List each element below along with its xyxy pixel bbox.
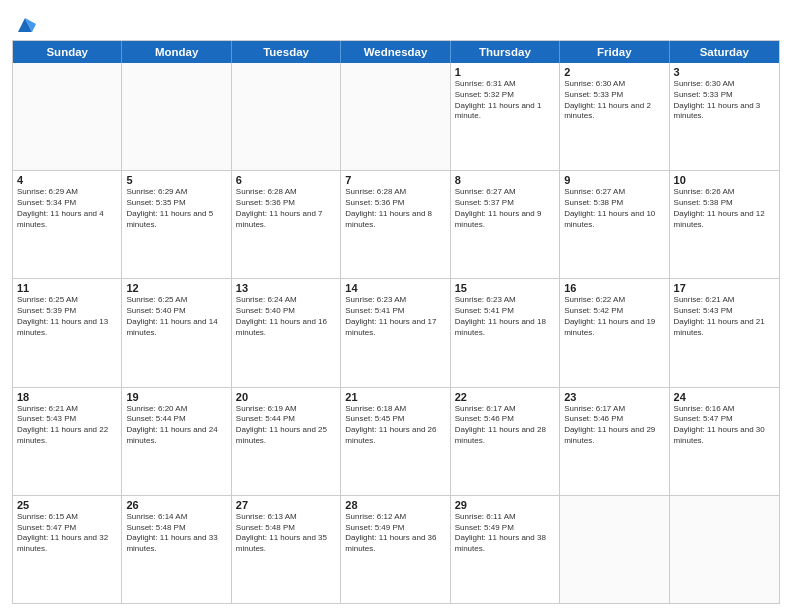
day-number: 26 (126, 499, 226, 511)
calendar-day-cell: 1Sunrise: 6:31 AM Sunset: 5:32 PM Daylig… (451, 63, 560, 170)
day-number: 24 (674, 391, 775, 403)
calendar-week-row: 25Sunrise: 6:15 AM Sunset: 5:47 PM Dayli… (13, 495, 779, 603)
calendar-day-cell: 2Sunrise: 6:30 AM Sunset: 5:33 PM Daylig… (560, 63, 669, 170)
calendar-week-row: 18Sunrise: 6:21 AM Sunset: 5:43 PM Dayli… (13, 387, 779, 495)
day-number: 7 (345, 174, 445, 186)
day-number: 21 (345, 391, 445, 403)
calendar-body: 1Sunrise: 6:31 AM Sunset: 5:32 PM Daylig… (13, 63, 779, 603)
calendar-day-cell: 24Sunrise: 6:16 AM Sunset: 5:47 PM Dayli… (670, 388, 779, 495)
calendar-day-cell: 17Sunrise: 6:21 AM Sunset: 5:43 PM Dayli… (670, 279, 779, 386)
page: SundayMondayTuesdayWednesdayThursdayFrid… (0, 0, 792, 612)
logo (12, 14, 36, 36)
calendar-day-cell: 8Sunrise: 6:27 AM Sunset: 5:37 PM Daylig… (451, 171, 560, 278)
day-number: 9 (564, 174, 664, 186)
day-number: 14 (345, 282, 445, 294)
calendar-day-cell: 6Sunrise: 6:28 AM Sunset: 5:36 PM Daylig… (232, 171, 341, 278)
day-number: 16 (564, 282, 664, 294)
weekday-header: Tuesday (232, 41, 341, 63)
day-info: Sunrise: 6:25 AM Sunset: 5:39 PM Dayligh… (17, 295, 117, 338)
day-number: 6 (236, 174, 336, 186)
calendar-day-cell (232, 63, 341, 170)
day-info: Sunrise: 6:21 AM Sunset: 5:43 PM Dayligh… (674, 295, 775, 338)
day-info: Sunrise: 6:27 AM Sunset: 5:38 PM Dayligh… (564, 187, 664, 230)
calendar-day-cell: 26Sunrise: 6:14 AM Sunset: 5:48 PM Dayli… (122, 496, 231, 603)
calendar-day-cell: 14Sunrise: 6:23 AM Sunset: 5:41 PM Dayli… (341, 279, 450, 386)
day-info: Sunrise: 6:17 AM Sunset: 5:46 PM Dayligh… (455, 404, 555, 447)
day-info: Sunrise: 6:30 AM Sunset: 5:33 PM Dayligh… (564, 79, 664, 122)
day-number: 3 (674, 66, 775, 78)
calendar-day-cell (13, 63, 122, 170)
day-number: 28 (345, 499, 445, 511)
day-info: Sunrise: 6:18 AM Sunset: 5:45 PM Dayligh… (345, 404, 445, 447)
calendar-day-cell: 28Sunrise: 6:12 AM Sunset: 5:49 PM Dayli… (341, 496, 450, 603)
calendar: SundayMondayTuesdayWednesdayThursdayFrid… (12, 40, 780, 604)
day-number: 2 (564, 66, 664, 78)
day-number: 13 (236, 282, 336, 294)
day-info: Sunrise: 6:11 AM Sunset: 5:49 PM Dayligh… (455, 512, 555, 555)
day-info: Sunrise: 6:12 AM Sunset: 5:49 PM Dayligh… (345, 512, 445, 555)
calendar-week-row: 11Sunrise: 6:25 AM Sunset: 5:39 PM Dayli… (13, 278, 779, 386)
calendar-day-cell: 3Sunrise: 6:30 AM Sunset: 5:33 PM Daylig… (670, 63, 779, 170)
day-number: 8 (455, 174, 555, 186)
day-info: Sunrise: 6:15 AM Sunset: 5:47 PM Dayligh… (17, 512, 117, 555)
day-info: Sunrise: 6:20 AM Sunset: 5:44 PM Dayligh… (126, 404, 226, 447)
day-info: Sunrise: 6:23 AM Sunset: 5:41 PM Dayligh… (455, 295, 555, 338)
day-number: 27 (236, 499, 336, 511)
day-info: Sunrise: 6:31 AM Sunset: 5:32 PM Dayligh… (455, 79, 555, 122)
day-info: Sunrise: 6:24 AM Sunset: 5:40 PM Dayligh… (236, 295, 336, 338)
calendar-day-cell: 27Sunrise: 6:13 AM Sunset: 5:48 PM Dayli… (232, 496, 341, 603)
calendar-day-cell: 13Sunrise: 6:24 AM Sunset: 5:40 PM Dayli… (232, 279, 341, 386)
day-number: 20 (236, 391, 336, 403)
weekday-header: Monday (122, 41, 231, 63)
calendar-day-cell: 29Sunrise: 6:11 AM Sunset: 5:49 PM Dayli… (451, 496, 560, 603)
weekday-header: Wednesday (341, 41, 450, 63)
day-number: 29 (455, 499, 555, 511)
calendar-day-cell (670, 496, 779, 603)
day-number: 1 (455, 66, 555, 78)
calendar-day-cell (341, 63, 450, 170)
calendar-day-cell: 25Sunrise: 6:15 AM Sunset: 5:47 PM Dayli… (13, 496, 122, 603)
day-info: Sunrise: 6:16 AM Sunset: 5:47 PM Dayligh… (674, 404, 775, 447)
logo-icon (14, 14, 36, 36)
day-info: Sunrise: 6:21 AM Sunset: 5:43 PM Dayligh… (17, 404, 117, 447)
day-number: 17 (674, 282, 775, 294)
calendar-day-cell (560, 496, 669, 603)
day-info: Sunrise: 6:27 AM Sunset: 5:37 PM Dayligh… (455, 187, 555, 230)
day-number: 4 (17, 174, 117, 186)
calendar-day-cell: 23Sunrise: 6:17 AM Sunset: 5:46 PM Dayli… (560, 388, 669, 495)
calendar-day-cell: 11Sunrise: 6:25 AM Sunset: 5:39 PM Dayli… (13, 279, 122, 386)
calendar-day-cell: 22Sunrise: 6:17 AM Sunset: 5:46 PM Dayli… (451, 388, 560, 495)
day-number: 15 (455, 282, 555, 294)
calendar-day-cell: 9Sunrise: 6:27 AM Sunset: 5:38 PM Daylig… (560, 171, 669, 278)
day-info: Sunrise: 6:28 AM Sunset: 5:36 PM Dayligh… (236, 187, 336, 230)
day-info: Sunrise: 6:14 AM Sunset: 5:48 PM Dayligh… (126, 512, 226, 555)
calendar-week-row: 4Sunrise: 6:29 AM Sunset: 5:34 PM Daylig… (13, 170, 779, 278)
day-info: Sunrise: 6:29 AM Sunset: 5:35 PM Dayligh… (126, 187, 226, 230)
calendar-day-cell: 15Sunrise: 6:23 AM Sunset: 5:41 PM Dayli… (451, 279, 560, 386)
day-number: 12 (126, 282, 226, 294)
day-info: Sunrise: 6:23 AM Sunset: 5:41 PM Dayligh… (345, 295, 445, 338)
day-number: 23 (564, 391, 664, 403)
calendar-header: SundayMondayTuesdayWednesdayThursdayFrid… (13, 41, 779, 63)
day-info: Sunrise: 6:13 AM Sunset: 5:48 PM Dayligh… (236, 512, 336, 555)
weekday-header: Sunday (13, 41, 122, 63)
calendar-day-cell: 20Sunrise: 6:19 AM Sunset: 5:44 PM Dayli… (232, 388, 341, 495)
calendar-week-row: 1Sunrise: 6:31 AM Sunset: 5:32 PM Daylig… (13, 63, 779, 170)
day-number: 19 (126, 391, 226, 403)
day-number: 18 (17, 391, 117, 403)
day-info: Sunrise: 6:30 AM Sunset: 5:33 PM Dayligh… (674, 79, 775, 122)
calendar-day-cell: 4Sunrise: 6:29 AM Sunset: 5:34 PM Daylig… (13, 171, 122, 278)
calendar-day-cell: 5Sunrise: 6:29 AM Sunset: 5:35 PM Daylig… (122, 171, 231, 278)
header (12, 10, 780, 36)
calendar-day-cell: 10Sunrise: 6:26 AM Sunset: 5:38 PM Dayli… (670, 171, 779, 278)
weekday-header: Thursday (451, 41, 560, 63)
day-info: Sunrise: 6:28 AM Sunset: 5:36 PM Dayligh… (345, 187, 445, 230)
calendar-day-cell: 19Sunrise: 6:20 AM Sunset: 5:44 PM Dayli… (122, 388, 231, 495)
calendar-day-cell: 12Sunrise: 6:25 AM Sunset: 5:40 PM Dayli… (122, 279, 231, 386)
day-info: Sunrise: 6:17 AM Sunset: 5:46 PM Dayligh… (564, 404, 664, 447)
day-number: 10 (674, 174, 775, 186)
calendar-day-cell: 16Sunrise: 6:22 AM Sunset: 5:42 PM Dayli… (560, 279, 669, 386)
day-number: 22 (455, 391, 555, 403)
calendar-day-cell: 7Sunrise: 6:28 AM Sunset: 5:36 PM Daylig… (341, 171, 450, 278)
day-info: Sunrise: 6:19 AM Sunset: 5:44 PM Dayligh… (236, 404, 336, 447)
